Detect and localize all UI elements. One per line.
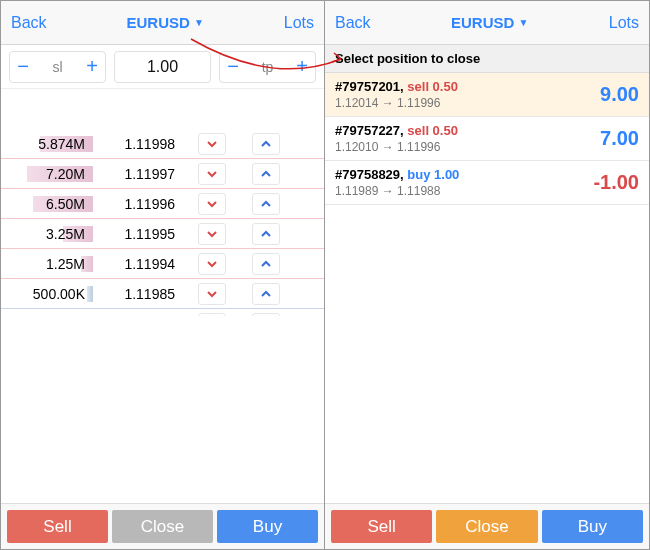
positions-header: Select position to close (325, 45, 649, 73)
order-controls: − sl + 1.00 − tp + (1, 45, 324, 89)
depth-price: 1.11997 (93, 166, 185, 182)
position-row[interactable]: #79758829, buy 1.00 1.11989 → 1.11988 -1… (325, 161, 649, 205)
position-prices: 1.11989 → 1.11988 (335, 184, 459, 198)
chevron-down-icon: ▼ (518, 17, 528, 28)
sell-at-price-button[interactable] (198, 193, 226, 215)
chevron-down-icon: ▼ (194, 17, 204, 28)
back-button[interactable]: Back (335, 14, 371, 32)
sell-at-price-button[interactable] (198, 163, 226, 185)
buy-button[interactable]: Buy (542, 510, 643, 543)
sell-at-price-button[interactable] (198, 223, 226, 245)
depth-row: 1.45M 1.11984 (1, 309, 324, 316)
action-bar: Sell Close Buy (325, 503, 649, 549)
close-button[interactable]: Close (112, 510, 213, 543)
depth-price: 1.11998 (93, 136, 185, 152)
tp-minus-button[interactable]: − (220, 52, 246, 82)
sl-plus-button[interactable]: + (79, 52, 105, 82)
buy-at-price-button[interactable] (252, 193, 280, 215)
sl-stepper[interactable]: − sl + (9, 51, 106, 83)
tp-stepper[interactable]: − tp + (219, 51, 316, 83)
tp-field[interactable]: tp (246, 59, 289, 75)
depth-price: 1.11995 (93, 226, 185, 242)
depth-volume: 3.25M (1, 226, 93, 242)
depth-price: 1.11994 (93, 256, 185, 272)
buy-button[interactable]: Buy (217, 510, 318, 543)
tp-plus-button[interactable]: + (289, 52, 315, 82)
market-depth: 5.874M 1.11998 7.20M 1.11997 6.50M 1.119… (1, 129, 324, 316)
sl-minus-button[interactable]: − (10, 52, 36, 82)
depth-row: 1.25M 1.11994 (1, 249, 324, 279)
depth-row: 5.874M 1.11998 (1, 129, 324, 159)
depth-row: 3.25M 1.11995 (1, 219, 324, 249)
depth-price: 1.11985 (93, 286, 185, 302)
position-title: #79757201, sell 0.50 (335, 79, 458, 94)
lots-button[interactable]: Lots (609, 14, 639, 32)
depth-volume: 6.50M (1, 196, 93, 212)
depth-row: 7.20M 1.11997 (1, 159, 324, 189)
position-pl: 9.00 (600, 83, 639, 106)
position-pl: -1.00 (593, 171, 639, 194)
buy-at-price-button[interactable] (252, 133, 280, 155)
position-row[interactable]: #79757227, sell 0.50 1.12010 → 1.11996 7… (325, 117, 649, 161)
symbol-selector[interactable]: EURUSD ▼ (451, 14, 528, 31)
sell-at-price-button[interactable] (198, 133, 226, 155)
sell-button[interactable]: Sell (7, 510, 108, 543)
symbol-label: EURUSD (127, 14, 190, 31)
symbol-label: EURUSD (451, 14, 514, 31)
volume-stepper[interactable]: 1.00 (114, 51, 211, 83)
order-pane: Back EURUSD ▼ Lots − sl + 1.00 − tp + 5.… (1, 1, 325, 549)
sl-field[interactable]: sl (36, 59, 79, 75)
spacer (1, 316, 324, 503)
depth-price: 1.11996 (93, 196, 185, 212)
topbar: Back EURUSD ▼ Lots (325, 1, 649, 45)
buy-at-price-button[interactable] (252, 283, 280, 305)
position-prices: 1.12010 → 1.11996 (335, 140, 458, 154)
action-bar: Sell Close Buy (1, 503, 324, 549)
depth-volume: 1.25M (1, 256, 93, 272)
volume-field[interactable]: 1.00 (115, 58, 210, 76)
positions-pane: Back EURUSD ▼ Lots Select position to cl… (325, 1, 649, 549)
position-title: #79758829, buy 1.00 (335, 167, 459, 182)
position-title: #79757227, sell 0.50 (335, 123, 458, 138)
symbol-selector[interactable]: EURUSD ▼ (127, 14, 204, 31)
topbar: Back EURUSD ▼ Lots (1, 1, 324, 45)
sell-button[interactable]: Sell (331, 510, 432, 543)
buy-at-price-button[interactable] (252, 163, 280, 185)
depth-row: 500.00K 1.11985 (1, 279, 324, 309)
position-pl: 7.00 (600, 127, 639, 150)
sell-at-price-button[interactable] (198, 283, 226, 305)
depth-volume: 1.45M (1, 316, 93, 317)
depth-volume: 5.874M (1, 136, 93, 152)
depth-volume: 500.00K (1, 286, 93, 302)
sell-at-price-button[interactable] (198, 253, 226, 275)
positions-list: #79757201, sell 0.50 1.12014 → 1.11996 9… (325, 73, 649, 503)
position-prices: 1.12014 → 1.11996 (335, 96, 458, 110)
spacer (1, 89, 324, 129)
back-button[interactable]: Back (11, 14, 47, 32)
depth-volume: 7.20M (1, 166, 93, 182)
position-row[interactable]: #79757201, sell 0.50 1.12014 → 1.11996 9… (325, 73, 649, 117)
depth-row: 6.50M 1.11996 (1, 189, 324, 219)
buy-at-price-button[interactable] (252, 223, 280, 245)
lots-button[interactable]: Lots (284, 14, 314, 32)
buy-at-price-button[interactable] (252, 253, 280, 275)
close-button[interactable]: Close (436, 510, 537, 543)
